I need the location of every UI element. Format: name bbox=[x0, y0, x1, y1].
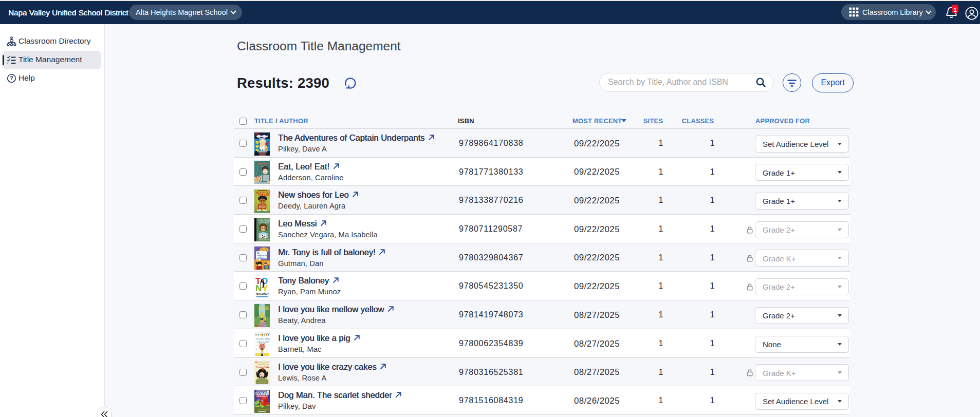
svg-text:I LOVE YOU: I LOVE YOU bbox=[256, 338, 270, 340]
svg-text:Dav Pilkey: Dav Pilkey bbox=[257, 408, 269, 411]
svg-text:DOG MAN: DOG MAN bbox=[255, 391, 269, 395]
svg-text:ISABEL SANCHEZ: ISABEL SANCHEZ bbox=[259, 238, 270, 240]
svg-text:?: ? bbox=[10, 75, 13, 81]
svg-text:of Baloney!: of Baloney! bbox=[257, 257, 268, 259]
svg-text:LIKE A PIG: LIKE A PIG bbox=[257, 340, 269, 343]
svg-text:BALONEY: BALONEY bbox=[256, 292, 269, 295]
svg-text:LEO MESSI: LEO MESSI bbox=[259, 221, 270, 224]
svg-text:YELLOW: YELLOW bbox=[258, 308, 269, 311]
